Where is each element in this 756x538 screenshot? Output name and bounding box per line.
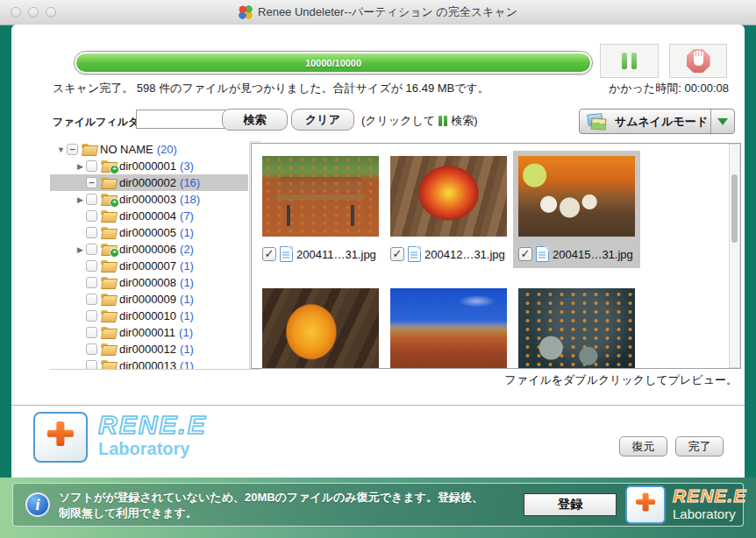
- tree-checkbox[interactable]: [86, 160, 97, 172]
- zoom-window-button[interactable]: [46, 7, 56, 18]
- tree-item[interactable]: + dir0000012 (1): [50, 341, 248, 357]
- tree-checkbox[interactable]: [86, 227, 97, 238]
- thumbnail-image[interactable]: [262, 288, 379, 369]
- tree-item[interactable]: + dir0000004 (7): [50, 208, 248, 224]
- tree-checkbox[interactable]: [86, 194, 97, 205]
- disclosure-triangle-icon[interactable]: ▼: [55, 145, 67, 154]
- file-document-icon: [408, 246, 421, 262]
- thumbnail-item[interactable]: ✓: [257, 283, 384, 369]
- tree-checkbox[interactable]: [86, 244, 97, 255]
- view-mode-arrow-zone[interactable]: [710, 110, 734, 133]
- tree-checkbox[interactable]: –: [67, 144, 78, 155]
- thumbnail-item[interactable]: ✓: [513, 283, 640, 369]
- tree-checkbox[interactable]: –: [86, 177, 97, 188]
- tree-item[interactable]: + dir0000013 (1): [50, 357, 248, 370]
- tree-checkbox[interactable]: [86, 343, 97, 355]
- folder-icon: +: [101, 277, 116, 288]
- tree-panel: ▼ – + NO NAME (20) ▶ + dir0000001 (3) – …: [50, 141, 260, 370]
- folder-count: (1): [180, 309, 194, 322]
- disclosure-triangle-icon[interactable]: ▶: [75, 195, 86, 204]
- progress-label: 10000/10000: [305, 58, 361, 68]
- file-filter-input[interactable]: [136, 110, 230, 129]
- tree-checkbox[interactable]: [86, 210, 97, 222]
- tree-item[interactable]: + dir0000011 (1): [50, 324, 248, 341]
- tree-item[interactable]: ▶ + dir0000006 (2): [50, 241, 248, 258]
- register-button[interactable]: 登録: [524, 493, 617, 516]
- divider: [11, 405, 745, 406]
- thumbnail-image[interactable]: [518, 288, 635, 369]
- tree-item[interactable]: + dir0000010 (1): [50, 308, 248, 324]
- tree-checkbox[interactable]: [86, 294, 97, 305]
- pause-button[interactable]: [600, 44, 659, 78]
- tree-checkbox[interactable]: [86, 310, 97, 322]
- thumbnail-item[interactable]: ✓ 200412…31.jpg: [385, 151, 512, 268]
- thumbnail-image[interactable]: [390, 156, 507, 237]
- folder-name: dir0000013: [119, 359, 176, 370]
- thumbnail-scrollbar[interactable]: [729, 144, 740, 368]
- clear-button[interactable]: クリア: [291, 109, 354, 131]
- tree-checkbox[interactable]: [86, 327, 97, 338]
- restore-button[interactable]: 復元: [619, 436, 667, 457]
- main-panel: 10000/10000 スキャン完了。 598 件のファイルが見つかりました。合…: [11, 25, 745, 478]
- key-cross-icon: [33, 412, 88, 463]
- done-button[interactable]: 完了: [675, 436, 724, 457]
- file-checkbox[interactable]: ✓: [390, 247, 404, 261]
- preview-hint-text: ファイルをダブルクリックしてプレビュー。: [505, 372, 738, 388]
- folder-count: (2): [180, 243, 194, 256]
- thumbnail-image[interactable]: [262, 156, 379, 237]
- scan-progress-fill: 10000/10000: [76, 53, 590, 72]
- tree-item[interactable]: ▼ – + NO NAME (20): [50, 141, 248, 158]
- thumbnail-item[interactable]: ✓ 200411…31.jpg: [257, 151, 384, 268]
- folder-name: dir0000011: [119, 326, 175, 339]
- tree-checkbox[interactable]: [86, 360, 97, 370]
- folder-name: dir0000003: [119, 193, 176, 206]
- tree-item[interactable]: + dir0000007 (1): [50, 258, 248, 274]
- thumbnail-image[interactable]: [518, 156, 635, 237]
- pause-icon: [622, 53, 637, 69]
- file-document-icon: [280, 246, 293, 262]
- elapsed-time-text: かかった時間: 00:00:08: [609, 81, 729, 96]
- key-cross-icon: [625, 485, 666, 524]
- folder-icon: +: [101, 194, 116, 205]
- tree-item[interactable]: – + dir0000002 (16): [50, 174, 248, 191]
- stop-button[interactable]: [669, 44, 727, 78]
- view-mode-dropdown[interactable]: サムネイルモード: [579, 109, 735, 134]
- minimize-window-button[interactable]: [28, 7, 39, 18]
- app-icon: [239, 5, 253, 19]
- chevron-down-icon: [717, 118, 728, 125]
- tree-checkbox[interactable]: [86, 277, 97, 288]
- tree-item[interactable]: + dir0000005 (1): [50, 224, 248, 241]
- tree-item[interactable]: + dir0000009 (1): [50, 291, 248, 308]
- app-window: Renee Undeleter--パーティション の完全スキャン 10000/1…: [0, 0, 756, 538]
- folder-name: dir0000004: [119, 209, 176, 223]
- thumbnail-item[interactable]: ✓ 200415…31.jpg: [513, 151, 640, 268]
- tree-item[interactable]: ▶ + dir0000003 (18): [50, 191, 248, 208]
- close-window-button[interactable]: [11, 7, 21, 18]
- folder-name: dir0000002: [119, 176, 176, 189]
- registration-bar: i ソフトがが登録されていないため、20MBのファイルのみ復元できます。登録後、…: [0, 478, 756, 538]
- file-checkbox[interactable]: ✓: [518, 247, 532, 261]
- thumbnail-grid: ✓ 200411…31.jpg ✓ 200412…31.jpg ✓ 200415…: [252, 144, 720, 369]
- thumbnails-icon: [586, 114, 607, 130]
- file-checkbox[interactable]: ✓: [262, 247, 276, 261]
- thumbnail-scrollbar-thumb[interactable]: [731, 174, 738, 243]
- thumbnail-image[interactable]: [390, 288, 507, 369]
- thumbnail-label: ✓ 200415…31.jpg: [513, 244, 633, 265]
- folder-count: (18): [180, 193, 200, 206]
- file-document-icon: [536, 246, 549, 262]
- disclosure-triangle-icon[interactable]: ▶: [75, 245, 86, 254]
- stop-icon: [687, 49, 710, 73]
- search-button[interactable]: 検索: [222, 109, 288, 131]
- file-name: 200412…31.jpg: [424, 248, 505, 261]
- window-title: Renee Undeleter--パーティション の完全スキャン: [258, 4, 517, 20]
- folder-count: (16): [180, 176, 200, 189]
- thumbnail-item[interactable]: ✓: [385, 283, 512, 369]
- tree-item[interactable]: ▶ + dir0000001 (3): [50, 158, 248, 174]
- folder-icon: +: [101, 227, 116, 238]
- folder-icon: +: [101, 327, 116, 338]
- tree-item[interactable]: + dir0000008 (1): [50, 274, 248, 291]
- tree-checkbox[interactable]: [86, 260, 97, 272]
- folder-name: dir0000005: [119, 226, 176, 239]
- disclosure-triangle-icon[interactable]: ▶: [75, 162, 86, 171]
- folder-name: dir0000012: [119, 343, 176, 356]
